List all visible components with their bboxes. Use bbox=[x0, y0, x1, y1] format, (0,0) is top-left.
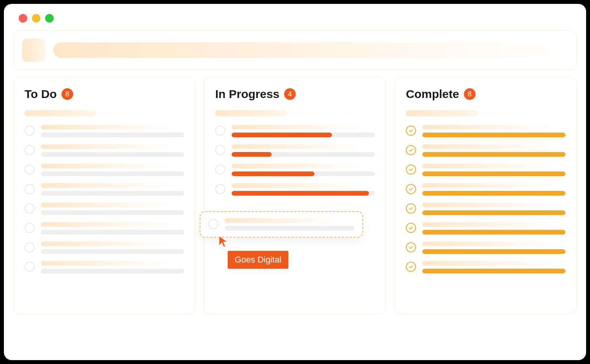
column-title: To Do bbox=[25, 88, 57, 101]
task-progress-track bbox=[422, 152, 565, 157]
window-minimize-button[interactable] bbox=[32, 14, 40, 23]
task-item[interactable] bbox=[25, 183, 184, 196]
task-progress-track bbox=[232, 191, 375, 196]
task-progress-fill bbox=[422, 133, 565, 137]
task-title-placeholder bbox=[41, 125, 176, 130]
task-item[interactable] bbox=[406, 242, 565, 254]
task-item[interactable] bbox=[25, 261, 184, 273]
titlebar bbox=[13, 11, 577, 30]
task-checkbox-checked[interactable] bbox=[406, 164, 416, 175]
task-item[interactable] bbox=[25, 203, 184, 215]
task-title-placeholder bbox=[225, 218, 339, 223]
task-checkbox[interactable] bbox=[25, 223, 35, 233]
task-item[interactable] bbox=[25, 164, 184, 176]
task-checkbox[interactable] bbox=[25, 126, 35, 136]
task-checkbox-checked[interactable] bbox=[406, 126, 416, 136]
kanban-board: To Do 8 bbox=[13, 77, 577, 314]
section-placeholder bbox=[25, 110, 97, 116]
top-bar bbox=[13, 30, 577, 70]
task-checkbox[interactable] bbox=[25, 164, 35, 175]
task-item[interactable] bbox=[406, 144, 565, 157]
task-item[interactable] bbox=[406, 183, 565, 196]
task-item[interactable] bbox=[406, 203, 565, 215]
task-list bbox=[215, 125, 375, 196]
task-progress-track bbox=[232, 133, 375, 137]
task-progress-fill bbox=[422, 172, 565, 176]
search-bar-placeholder[interactable] bbox=[53, 42, 568, 58]
task-meta-placeholder bbox=[41, 133, 184, 137]
section-placeholder bbox=[215, 110, 287, 116]
task-progress-fill bbox=[422, 269, 565, 273]
task-progress-track bbox=[422, 210, 565, 215]
task-title-placeholder bbox=[422, 164, 557, 168]
task-progress-track bbox=[422, 133, 565, 137]
window-zoom-button[interactable] bbox=[45, 14, 54, 23]
task-checkbox[interactable] bbox=[25, 184, 35, 194]
column-header: Complete 8 bbox=[406, 88, 565, 101]
task-title-placeholder bbox=[422, 125, 557, 130]
task-item[interactable] bbox=[406, 164, 565, 176]
task-list bbox=[25, 125, 184, 273]
task-progress-track bbox=[422, 269, 565, 273]
task-checkbox-checked[interactable] bbox=[406, 223, 416, 233]
task-item[interactable] bbox=[25, 144, 184, 157]
count-badge: 4 bbox=[284, 88, 296, 100]
task-title-placeholder bbox=[232, 164, 366, 168]
task-item[interactable] bbox=[215, 164, 375, 176]
task-meta-placeholder bbox=[41, 230, 184, 234]
task-checkbox[interactable] bbox=[25, 145, 35, 155]
task-checkbox[interactable] bbox=[208, 219, 218, 229]
task-title-placeholder bbox=[41, 222, 176, 227]
task-meta-placeholder bbox=[225, 226, 355, 231]
task-checkbox[interactable] bbox=[25, 242, 35, 252]
task-item[interactable] bbox=[215, 125, 375, 137]
task-item[interactable] bbox=[406, 222, 565, 234]
column-header: In Progress 4 bbox=[215, 88, 375, 101]
task-progress-fill bbox=[422, 249, 565, 254]
task-item[interactable] bbox=[215, 183, 375, 196]
column-title: In Progress bbox=[215, 88, 279, 101]
column-in-progress: In Progress 4 bbox=[204, 77, 386, 314]
task-checkbox[interactable] bbox=[25, 203, 35, 214]
task-title-placeholder bbox=[422, 144, 557, 149]
task-list bbox=[406, 125, 565, 273]
cursor-icon bbox=[218, 235, 229, 249]
task-checkbox[interactable] bbox=[215, 145, 225, 155]
task-progress-fill bbox=[422, 210, 565, 215]
task-checkbox[interactable] bbox=[215, 164, 225, 175]
task-title-placeholder bbox=[422, 261, 557, 266]
count-badge: 8 bbox=[61, 88, 73, 100]
task-checkbox[interactable] bbox=[215, 184, 225, 194]
task-checkbox-checked[interactable] bbox=[406, 262, 416, 272]
task-title-placeholder bbox=[422, 242, 557, 246]
task-item[interactable] bbox=[25, 222, 184, 234]
task-title-placeholder bbox=[41, 203, 176, 207]
task-checkbox[interactable] bbox=[25, 262, 35, 272]
task-checkbox-checked[interactable] bbox=[406, 145, 416, 155]
task-progress-track bbox=[422, 249, 565, 254]
task-item[interactable] bbox=[406, 261, 565, 273]
task-meta-placeholder bbox=[41, 269, 184, 273]
task-item[interactable] bbox=[25, 125, 184, 137]
app-logo-placeholder bbox=[22, 38, 46, 62]
task-meta-placeholder bbox=[41, 249, 184, 254]
window-close-button[interactable] bbox=[19, 14, 27, 23]
column-header: To Do 8 bbox=[25, 88, 184, 101]
section-placeholder bbox=[406, 110, 478, 116]
task-title-placeholder bbox=[41, 183, 176, 188]
task-checkbox[interactable] bbox=[215, 126, 225, 136]
task-item[interactable] bbox=[215, 144, 375, 157]
task-progress-track bbox=[422, 172, 565, 176]
task-title-placeholder bbox=[41, 261, 176, 266]
task-item[interactable] bbox=[406, 125, 565, 137]
column-complete: Complete 8 bbox=[395, 77, 577, 314]
task-progress-fill bbox=[422, 191, 565, 196]
task-meta-placeholder bbox=[41, 210, 184, 215]
task-checkbox-checked[interactable] bbox=[406, 184, 416, 194]
dragging-task-card[interactable]: Goes Digital bbox=[200, 211, 363, 238]
task-meta-placeholder bbox=[41, 152, 184, 157]
task-checkbox-checked[interactable] bbox=[406, 242, 416, 252]
task-progress-fill bbox=[232, 191, 369, 196]
task-item[interactable] bbox=[25, 242, 184, 254]
task-checkbox-checked[interactable] bbox=[406, 203, 416, 214]
